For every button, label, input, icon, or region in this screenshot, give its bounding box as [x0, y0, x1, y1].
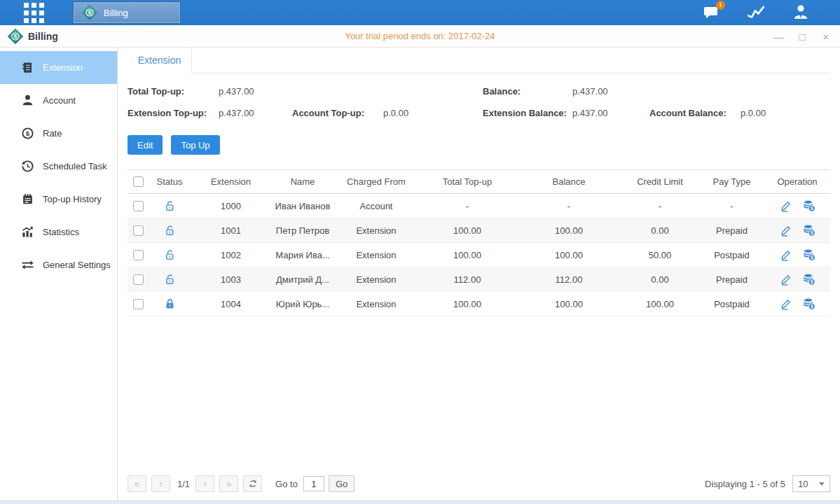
- person-icon: [21, 94, 34, 107]
- extension-topup-value: p.437.00: [219, 108, 254, 118]
- sidebar-item-extension[interactable]: Extension: [0, 51, 117, 84]
- messages-icon[interactable]: !: [700, 3, 722, 22]
- taskbar-item-billing[interactable]: $ Billing: [74, 2, 180, 23]
- main-content: Extension Total Top-up: p.437.00 Balance…: [118, 48, 840, 500]
- table-row[interactable]: 1003 Дмитрий Д... Extension 112.00 112.0…: [128, 267, 830, 292]
- column-header-extension: Extension: [191, 170, 271, 193]
- table-row[interactable]: 1002 Мария Ива... Extension 100.00 100.0…: [128, 243, 830, 267]
- window-controls: — □ ×: [773, 25, 832, 48]
- next-page-button[interactable]: ›: [195, 475, 214, 492]
- credit-limit-cell: 0.00: [621, 218, 698, 242]
- svg-text:$: $: [810, 304, 813, 309]
- ledger-icon: [21, 61, 34, 74]
- svg-text:$: $: [810, 206, 813, 211]
- row-checkbox[interactable]: [133, 201, 144, 211]
- table-header: Status Extension Name Charged From Total…: [128, 169, 830, 194]
- balance-value: p.437.00: [572, 86, 608, 97]
- edit-button[interactable]: Edit: [128, 135, 163, 155]
- statistics-chart-icon[interactable]: [745, 3, 767, 22]
- sidebar-item-topup-history[interactable]: Top-up History: [0, 183, 117, 216]
- goto-page-input[interactable]: [303, 476, 324, 491]
- displaying-text: Displaying 1 - 5 of 5: [705, 479, 785, 489]
- sliders-icon: [21, 258, 34, 272]
- top-up-row-icon[interactable]: $: [803, 273, 815, 286]
- sidebar-item-general-settings[interactable]: General Settings: [0, 248, 117, 281]
- app-launcher-icon[interactable]: [24, 3, 44, 23]
- maximize-icon[interactable]: □: [797, 31, 808, 42]
- balance-label: Balance:: [483, 86, 521, 97]
- extension-cell: 1001: [191, 218, 271, 242]
- extension-cell: 1002: [191, 243, 271, 267]
- table-row[interactable]: 1004 Юрий Юрь... Extension 100.00 100.00…: [128, 292, 830, 316]
- edit-row-icon[interactable]: [780, 224, 792, 237]
- user-account-icon[interactable]: [790, 3, 812, 22]
- sidebar-item-label: Top-up History: [43, 194, 102, 204]
- balance-summary: Total Top-up: p.437.00 Balance: p.437.00…: [128, 82, 830, 125]
- table-row[interactable]: 1001 Петр Петров Extension 100.00 100.00…: [128, 218, 830, 243]
- name-cell: Петр Петров: [271, 218, 334, 242]
- sidebar-item-account[interactable]: Account: [0, 84, 117, 117]
- edit-row-icon[interactable]: [780, 273, 792, 286]
- screen: $ Billing !: [0, 0, 840, 504]
- top-up-row-icon[interactable]: $: [803, 224, 815, 237]
- lock-open-icon: [164, 225, 176, 237]
- extension-table: Status Extension Name Charged From Total…: [128, 169, 830, 316]
- svg-text:$: $: [26, 130, 30, 137]
- last-page-button[interactable]: »: [219, 475, 238, 492]
- page-size-select[interactable]: 10: [792, 475, 830, 492]
- window-bottom-edge: [0, 500, 840, 504]
- top-up-row-icon[interactable]: $: [803, 200, 815, 212]
- total-topup-label: Total Top-up:: [128, 86, 184, 97]
- prev-page-button[interactable]: ‹: [151, 475, 170, 492]
- balance-cell: 100.00: [516, 243, 621, 267]
- edit-row-icon[interactable]: [780, 248, 792, 261]
- extension-balance-value: p.437.00: [572, 108, 608, 118]
- total-topup-value: p.437.00: [219, 86, 254, 97]
- column-header-pay-type: Pay Type: [698, 170, 765, 193]
- row-checkbox[interactable]: [133, 225, 144, 236]
- pay-type-cell: Prepaid: [698, 218, 765, 242]
- window-titlebar: $ Billing Your trial period ends on: 201…: [0, 25, 840, 48]
- top-up-button[interactable]: Top Up: [171, 135, 219, 155]
- tab-extension[interactable]: Extension: [128, 48, 192, 74]
- column-header-operation: Operation: [765, 170, 829, 193]
- notepad-icon: [21, 192, 34, 206]
- edit-row-icon[interactable]: [780, 298, 792, 310]
- table-row[interactable]: 1000 Иван Иванов Account - - - - $: [128, 194, 830, 218]
- top-up-row-icon[interactable]: $: [803, 298, 815, 310]
- credit-limit-cell: 50.00: [621, 243, 698, 267]
- minimize-icon[interactable]: —: [773, 31, 784, 42]
- edit-row-icon[interactable]: [780, 200, 792, 212]
- desktop-topbar: $ Billing !: [0, 0, 840, 25]
- credit-limit-cell: 0.00: [621, 267, 698, 291]
- total-topup-cell: 112.00: [418, 267, 516, 291]
- refresh-button[interactable]: [243, 475, 262, 492]
- row-checkbox[interactable]: [133, 299, 144, 309]
- row-checkbox[interactable]: [133, 250, 144, 260]
- charged-from-cell: Extension: [334, 243, 418, 267]
- page-size-value: 10: [798, 479, 808, 489]
- sidebar: Extension Account $ Rate: [0, 48, 118, 500]
- account-topup-label: Account Top-up:: [292, 108, 364, 118]
- sidebar-item-label: Extension: [43, 62, 83, 73]
- account-balance-value: p.0.00: [741, 108, 766, 118]
- table-body: 1000 Иван Иванов Account - - - - $: [128, 194, 830, 316]
- notification-badge: !: [716, 1, 725, 10]
- window-title: $ Billing: [7, 28, 58, 45]
- total-topup-cell: 100.00: [418, 243, 516, 267]
- svg-text:$: $: [13, 33, 17, 40]
- sidebar-item-rate[interactable]: $ Rate: [0, 117, 117, 150]
- sidebar-item-label: Scheduled Task: [43, 161, 107, 172]
- close-icon[interactable]: ×: [820, 31, 832, 42]
- lock-open-icon: [164, 200, 176, 212]
- go-button[interactable]: Go: [329, 475, 354, 492]
- svg-text:$: $: [810, 255, 813, 260]
- select-all-checkbox[interactable]: [133, 176, 144, 187]
- first-page-button[interactable]: «: [128, 475, 146, 492]
- sidebar-item-statistics[interactable]: Statistics: [0, 216, 117, 248]
- row-checkbox[interactable]: [133, 274, 144, 285]
- extension-topup-label: Extension Top-up:: [128, 108, 207, 118]
- sidebar-item-scheduled-task[interactable]: Scheduled Task: [0, 150, 117, 183]
- top-up-row-icon[interactable]: $: [803, 248, 815, 261]
- page-indicator: 1/1: [177, 479, 190, 489]
